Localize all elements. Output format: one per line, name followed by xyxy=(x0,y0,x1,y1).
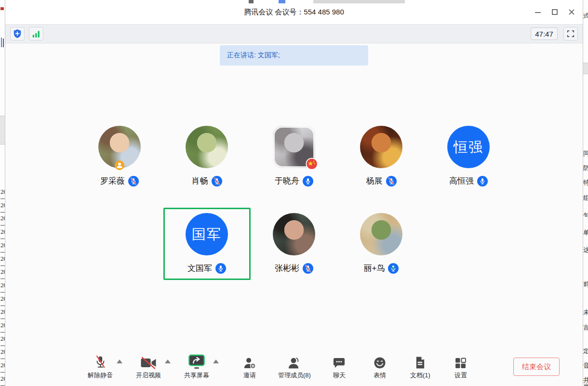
participant-name: 杨展 xyxy=(366,175,383,186)
close-icon xyxy=(569,9,575,15)
meeting-timer: 47:47 xyxy=(531,27,558,40)
maximize-button[interactable] xyxy=(546,5,563,19)
toolbar-invite-button[interactable]: 邀请 xyxy=(238,354,262,380)
background-text-fragment: 特 xyxy=(583,179,588,186)
background-text-fragment: 前 xyxy=(583,281,588,288)
mic-status-muted-icon[interactable] xyxy=(386,176,397,186)
flag-badge-icon xyxy=(306,158,318,170)
background-text-fragment: 组 xyxy=(583,195,588,201)
background-window-top-fragment xyxy=(249,0,254,3)
minimize-button[interactable] xyxy=(529,5,546,19)
avatar xyxy=(98,126,141,168)
toolbar-emoji-button[interactable]: 表情 xyxy=(368,354,392,380)
avatar-initials: 国军 xyxy=(192,227,222,241)
fullscreen-icon xyxy=(567,30,575,38)
avatar xyxy=(273,213,315,255)
background-text-fragment: 井 xyxy=(583,377,588,384)
mic-muted-icon xyxy=(94,354,107,369)
participant-tile[interactable]: 肖畅 xyxy=(163,120,251,193)
right-edge-gray-band xyxy=(583,63,588,74)
toolbar-share-screen-options-arrow-icon[interactable] xyxy=(213,359,219,363)
toolbar-manage-members-label: 管理成员(8) xyxy=(278,371,311,380)
participant-row: 国军文国军张彬彬丽+鸟 xyxy=(5,208,583,280)
bottom-toolbar: 解除静音开启视频共享屏幕邀请管理成员(8)聊天表情文档(1)设置结束会议 xyxy=(5,351,583,386)
mic-status-muted-icon[interactable] xyxy=(212,176,222,186)
toolbar-start-video-button[interactable]: 开启视频 xyxy=(136,354,161,380)
member-badge-icon xyxy=(115,160,124,170)
background-text-fragment: 防 xyxy=(583,165,588,172)
document-icon xyxy=(414,354,426,369)
mic-status-muted-icon[interactable] xyxy=(303,263,313,274)
background-text-fragment: 式 xyxy=(583,13,588,19)
participant-name-row: 张彬彬 xyxy=(275,263,313,274)
participant-row: 罗采薇肖畅于晓舟杨展恒强高恒强 xyxy=(5,120,583,193)
mic-status-on-icon[interactable] xyxy=(477,176,488,186)
minimize-icon xyxy=(535,9,541,15)
mic-status-muted-icon[interactable] xyxy=(128,176,139,186)
avatar-image xyxy=(360,126,402,168)
toolbar-chat-button[interactable]: 聊天 xyxy=(327,354,351,380)
settings-icon xyxy=(454,354,467,369)
participant-tile[interactable]: 于晓舟 xyxy=(251,120,338,193)
security-shield-button[interactable] xyxy=(10,27,25,40)
toolbar-settings-button[interactable]: 设置 xyxy=(449,354,473,380)
participant-tile[interactable]: 丽+鸟 xyxy=(338,208,425,280)
mic-status-on-icon[interactable] xyxy=(215,263,226,274)
avatar-image: 国军 xyxy=(186,213,228,255)
avatar-image xyxy=(186,126,228,168)
share-screen-icon xyxy=(188,354,205,369)
avatar xyxy=(360,126,402,168)
participant-tile[interactable]: 杨展 xyxy=(338,120,425,193)
participant-name-row: 丽+鸟 xyxy=(364,263,399,274)
toolbar-invite-label: 邀请 xyxy=(243,371,256,380)
toolbar-share-screen-label: 共享屏幕 xyxy=(184,371,209,380)
participant-name-row: 杨展 xyxy=(366,175,397,186)
toolbar-start-video-options-arrow-icon[interactable] xyxy=(165,359,171,363)
end-meeting-button[interactable]: 结束会议 xyxy=(513,358,560,376)
participant-name: 文国军 xyxy=(187,263,212,274)
participant-name: 罗采薇 xyxy=(100,175,125,186)
toolbar-docs-label: 文档(1) xyxy=(410,371,430,380)
chat-icon xyxy=(333,354,346,369)
network-signal-button[interactable] xyxy=(29,27,43,40)
toolbar-share-screen-button[interactable]: 共享屏幕 xyxy=(184,354,209,380)
meeting-window: 腾讯会议 会议号：554 485 980 xyxy=(5,0,583,386)
mic-status-active-icon[interactable] xyxy=(388,263,399,274)
toolbar-emoji-label: 表情 xyxy=(374,371,386,380)
toolbar-unmute-button[interactable]: 解除静音 xyxy=(88,354,113,380)
participant-name-row: 罗采薇 xyxy=(100,175,139,186)
participant-tile[interactable]: 罗采薇 xyxy=(76,120,163,193)
participant-tile-active-speaker[interactable]: 国军文国军 xyxy=(163,208,251,280)
avatar: 恒强 xyxy=(447,126,490,168)
toolbar-chat-label: 聊天 xyxy=(333,371,346,380)
toolbar-settings-label: 设置 xyxy=(454,371,467,380)
toolbar-manage-members-button[interactable]: 管理成员(8) xyxy=(278,354,311,380)
active-speaker-banner: 正在讲话: 文国军; xyxy=(220,45,368,66)
participant-tile[interactable]: 张彬彬 xyxy=(251,208,338,280)
participant-name-row: 高恒强 xyxy=(449,175,488,186)
background-text-fragment: 同 xyxy=(583,150,588,157)
window-title: 腾讯会议 会议号：554 485 980 xyxy=(244,8,344,17)
avatar xyxy=(273,126,315,168)
security-shield-icon xyxy=(13,29,22,39)
mic-status-on-icon[interactable] xyxy=(303,176,313,186)
fullscreen-button[interactable] xyxy=(563,27,578,40)
title-bar: 腾讯会议 会议号：554 485 980 xyxy=(5,0,583,24)
close-button[interactable] xyxy=(563,5,580,19)
participant-name-row: 肖畅 xyxy=(192,175,222,186)
participant-name: 高恒强 xyxy=(449,175,474,186)
avatar xyxy=(186,126,228,168)
toolbar-start-video-label: 开启视频 xyxy=(136,371,161,380)
participant-tile[interactable]: 恒强高恒强 xyxy=(425,120,512,193)
avatar xyxy=(360,213,402,255)
invite-icon xyxy=(243,354,257,369)
background-text-fragment: 当 xyxy=(583,383,588,386)
background-text-fragment: 未 xyxy=(583,309,588,316)
toolbar-docs-button[interactable]: 文档(1) xyxy=(408,354,432,380)
background-window-top-fragment xyxy=(279,0,285,3)
toolbar-unmute-options-arrow-icon[interactable] xyxy=(117,359,122,363)
participant-name: 张彬彬 xyxy=(275,263,299,274)
participant-name: 于晓舟 xyxy=(275,175,299,186)
avatar-image: 恒强 xyxy=(447,126,490,168)
avatar-initials: 恒强 xyxy=(454,140,483,154)
